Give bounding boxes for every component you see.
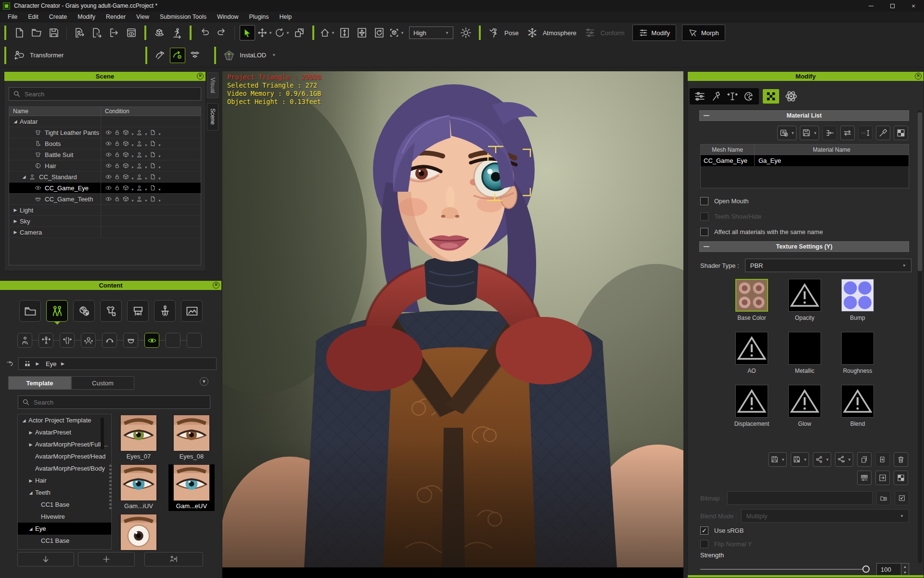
quality-dropdown[interactable]: High▼ — [409, 26, 453, 39]
menu-render[interactable]: Render — [101, 13, 130, 21]
character-caret-icon[interactable]: ▼ — [144, 132, 148, 136]
orbit-camera-button[interactable] — [372, 25, 387, 40]
mesh-groups-button[interactable] — [187, 48, 203, 63]
material-list-section-bar[interactable]: Material List — [699, 110, 909, 121]
category-cloth-button[interactable] — [100, 300, 122, 322]
tree-avatarpreset[interactable]: ▶AvatarPreset — [18, 426, 111, 438]
tree-hair[interactable]: ▶Hair — [18, 474, 111, 486]
maximize-button[interactable] — [882, 0, 903, 12]
redo-button[interactable] — [214, 25, 230, 40]
back-icon[interactable] — [5, 359, 14, 368]
file-option-icon[interactable] — [149, 151, 156, 158]
affect-all-materials-checkbox[interactable] — [700, 228, 708, 236]
save-caret[interactable]: ▼ — [813, 131, 817, 135]
add-content-button[interactable] — [78, 552, 135, 566]
render-image-button[interactable] — [124, 25, 139, 40]
subcategory-eye-button[interactable] — [144, 333, 159, 348]
export-character-button[interactable] — [72, 25, 87, 40]
close-button[interactable]: × — [903, 0, 924, 12]
lock-icon[interactable] — [114, 140, 121, 147]
texture-copy-button[interactable] — [857, 452, 872, 467]
character-caret-icon[interactable]: ▼ — [144, 166, 148, 169]
export-file-button[interactable] — [106, 25, 122, 40]
strength-value-input[interactable] — [876, 563, 901, 576]
scene-row-tight-leather-pants[interactable]: Tight Leather Pants ▼▼▼ — [9, 127, 201, 138]
modify-close-icon[interactable]: ✕ — [915, 73, 922, 79]
collapse-minus-icon[interactable] — [704, 115, 709, 116]
subcategory-head-morph-button[interactable] — [81, 333, 96, 348]
lighting-button[interactable] — [458, 25, 474, 40]
menu-edit[interactable]: Edit — [23, 13, 43, 21]
subcategory-teeth-button[interactable] — [123, 333, 138, 348]
expander-icon[interactable]: ▶ — [13, 230, 18, 235]
menu-create[interactable]: Create — [44, 13, 72, 21]
tree-avatarmorphpreset-head[interactable]: AvatarMorphPreset/Head — [18, 450, 111, 462]
character-option-icon[interactable] — [136, 173, 143, 180]
visibility-icon[interactable] — [105, 129, 112, 136]
open-project-button[interactable] — [29, 25, 44, 40]
category-scene-button[interactable] — [181, 300, 203, 322]
apply-to-avatar-button[interactable] — [144, 552, 203, 566]
lock-icon[interactable] — [114, 196, 121, 202]
mesh-option-icon[interactable] — [122, 140, 129, 147]
tree-eye-cc1-base[interactable]: CC1 Base — [18, 535, 111, 547]
home-view-caret[interactable]: ▼ — [331, 31, 335, 35]
instalod-label[interactable]: InstaLOD — [240, 52, 266, 59]
dock-tab-visual[interactable]: Visual — [207, 72, 218, 98]
texture-link-button[interactable]: ▼ — [813, 452, 831, 467]
save-project-button[interactable] — [46, 25, 62, 40]
strength-slider-handle[interactable] — [862, 565, 870, 573]
lock-icon[interactable] — [114, 173, 121, 180]
scene-row-camera[interactable]: ▶Camera — [9, 227, 201, 238]
mesh-option-icon[interactable] — [122, 184, 129, 191]
expander-icon[interactable]: ▶ — [13, 219, 18, 223]
atmosphere-label[interactable]: Atmosphere — [543, 29, 577, 37]
file-option-icon[interactable] — [149, 196, 156, 202]
file-caret-icon[interactable]: ▼ — [158, 188, 161, 191]
transformer-icon[interactable] — [12, 48, 27, 63]
channel-glow[interactable]: Glow — [786, 385, 823, 427]
thumbnail-game-euv[interactable]: Gam...eUV — [168, 464, 215, 511]
texture-save-as-button[interactable]: ▼ — [791, 452, 809, 467]
transformer-label[interactable]: Transformer — [30, 52, 64, 59]
scale-tool-button[interactable] — [292, 25, 307, 40]
menu-file[interactable]: File — [3, 13, 22, 21]
tree-avatarmorphpreset-full[interactable]: ▶AvatarMorphPreset/Full ... — [18, 438, 111, 450]
file-caret-icon[interactable]: ▼ — [158, 144, 161, 147]
tree-teeth-cc1-base[interactable]: CC1 Base — [18, 499, 111, 511]
visibility-icon[interactable] — [105, 196, 112, 202]
texture-save-button[interactable]: ▼ — [769, 452, 787, 467]
scene-search[interactable] — [9, 87, 201, 101]
category-actor-button[interactable] — [46, 300, 68, 322]
character-option-icon[interactable] — [136, 140, 143, 147]
mesh-option-icon[interactable] — [122, 196, 129, 202]
mesh-option-icon[interactable] — [122, 173, 129, 180]
subcategory-hair-button[interactable] — [102, 333, 117, 348]
channel-bump[interactable]: Bump — [839, 279, 876, 321]
scene-row-battle-suit[interactable]: Battle Suit ▼▼▼ — [9, 149, 201, 160]
file-caret-icon[interactable]: ▼ — [158, 177, 161, 180]
file-option-icon[interactable] — [149, 173, 156, 180]
material-save-button[interactable]: ▼ — [800, 126, 819, 140]
visibility-icon[interactable] — [105, 162, 112, 169]
expander-icon[interactable]: ▶ — [13, 208, 18, 212]
texture-save-as-caret[interactable]: ▼ — [803, 458, 807, 462]
character-option-icon[interactable] — [136, 162, 143, 169]
tab-attribute-icon[interactable] — [692, 89, 708, 104]
mesh-caret-icon[interactable]: ▼ — [131, 144, 134, 147]
atmosphere-icon[interactable] — [525, 25, 540, 40]
tab-pin-icon[interactable] — [708, 89, 724, 104]
scene-panel-header[interactable]: Scene ✕ — [4, 72, 205, 81]
mesh-caret-icon[interactable]: ▼ — [131, 188, 134, 191]
mesh-caret-icon[interactable]: ▼ — [131, 166, 134, 169]
open-mouth-checkbox[interactable] — [700, 197, 708, 205]
scene-row-cc-standard[interactable]: ◢CC_Standard ▼▼▼ — [9, 171, 201, 183]
content-close-icon[interactable]: ✕ — [213, 282, 219, 289]
use-srgb-row[interactable]: ✓ Use sRGB — [700, 526, 744, 535]
visibility-icon[interactable] — [105, 151, 112, 158]
file-option-icon[interactable] — [149, 140, 156, 147]
channel-roughness[interactable]: Roughness — [839, 332, 876, 374]
scene-close-icon[interactable]: ✕ — [197, 73, 204, 79]
open-mouth-row[interactable]: Open Mouth — [700, 197, 749, 205]
home-view-button[interactable]: ▼ — [320, 25, 335, 40]
